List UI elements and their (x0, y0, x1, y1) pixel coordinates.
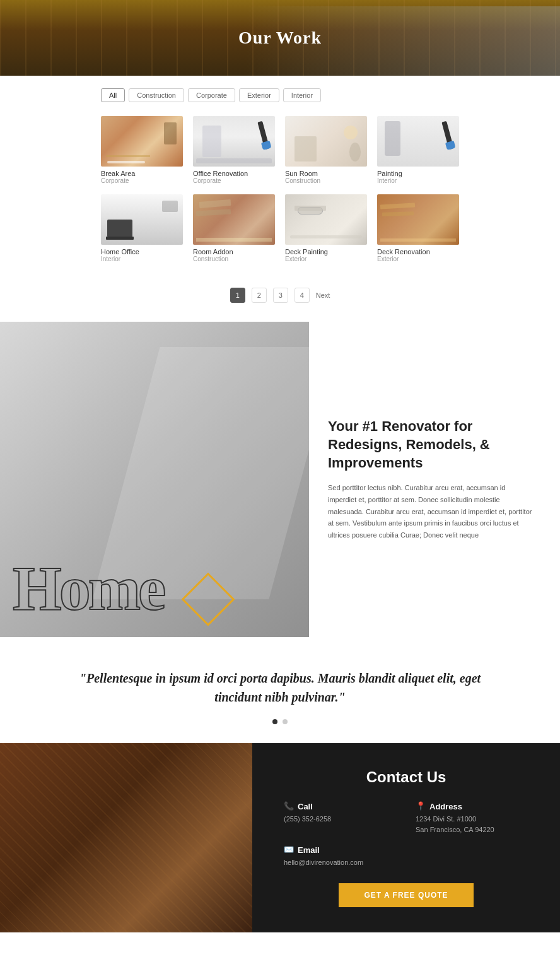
renovator-section: Home Your #1 Renovator for Redesigns, Re… (0, 322, 560, 637)
renovator-title: Your #1 Renovator for Redesigns, Remodel… (328, 418, 535, 472)
filter-construction[interactable]: Construction (129, 88, 184, 102)
brush-icon-painting (441, 121, 453, 150)
page-2[interactable]: 2 (252, 288, 267, 303)
contact-grid: 📞 Call (255) 352-6258 📍 Address 1234 Div… (284, 801, 528, 868)
contact-address-header: 📍 Address (416, 801, 528, 811)
page-title: Our Work (238, 28, 322, 48)
filter-buttons: All Construction Corporate Exterior Inte… (101, 88, 459, 102)
portfolio-title-home-office: Home Office (101, 248, 183, 255)
contact-email-label: Email (298, 845, 320, 855)
page-next[interactable]: Next (316, 291, 330, 299)
contact-address-line1: 1234 Divi St. #1000 (416, 814, 528, 825)
portfolio-thumb-deck-painting (285, 194, 367, 245)
portfolio-thumb-painting (377, 116, 459, 167)
portfolio-thumb-deck-reno (377, 194, 459, 245)
portfolio-section: Break Area Corporate Office Renovation C… (0, 109, 560, 275)
testimonial-dot-2[interactable] (283, 719, 288, 724)
portfolio-title-deck-painting: Deck Painting (285, 248, 367, 255)
contact-email: ✉️ Email hello@divirenovation.com (284, 845, 397, 868)
portfolio-cat-deck-painting: Exterior (285, 255, 367, 262)
portfolio-item-painting[interactable]: Painting Interior (377, 116, 459, 184)
portfolio-cat-painting: Interior (377, 177, 459, 184)
page-1[interactable]: 1 (230, 288, 245, 303)
portfolio-title-break-area: Break Area (101, 170, 183, 177)
testimonial-section: "Pellentesque in ipsum id orci porta dap… (0, 637, 560, 743)
contact-call-value: (255) 352-6258 (284, 814, 397, 825)
contact-call: 📞 Call (255) 352-6258 (284, 801, 397, 835)
portfolio-cat-home-office: Interior (101, 255, 183, 262)
contact-title: Contact Us (284, 768, 528, 786)
contact-address-line2: San Francisco, CA 94220 (416, 825, 528, 835)
portfolio-thumb-home-office (101, 194, 183, 245)
portfolio-thumb-sun-room (285, 116, 367, 167)
portfolio-item-break-area[interactable]: Break Area Corporate (101, 116, 183, 184)
contact-image (0, 743, 252, 932)
hero-header: Our Work (0, 0, 560, 76)
contact-call-label: Call (298, 802, 313, 811)
portfolio-item-sun-room[interactable]: Sun Room Construction (285, 116, 367, 184)
contact-address: 📍 Address 1234 Divi St. #1000 San Franci… (416, 801, 528, 835)
portfolio-thumb-room-addon (193, 194, 275, 245)
filter-corporate[interactable]: Corporate (188, 88, 235, 102)
contact-email-header: ✉️ Email (284, 845, 397, 855)
phone-icon: 📞 (284, 801, 294, 811)
portfolio-cat-break-area: Corporate (101, 177, 183, 184)
portfolio-title-room-addon: Room Addon (193, 248, 275, 255)
page-3[interactable]: 3 (273, 288, 288, 303)
renovator-description: Sed porttitor lectus nibh. Curabitur arc… (328, 482, 535, 541)
renovator-image-area: Home (0, 322, 309, 637)
email-icon: ✉️ (284, 845, 294, 855)
filter-exterior[interactable]: Exterior (239, 88, 279, 102)
portfolio-grid: Break Area Corporate Office Renovation C… (101, 116, 459, 262)
pagination: 1 2 3 4 Next (0, 275, 560, 322)
portfolio-item-home-office[interactable]: Home Office Interior (101, 194, 183, 262)
portfolio-item-deck-painting[interactable]: Deck Painting Exterior (285, 194, 367, 262)
portfolio-cat-office-reno: Corporate (193, 177, 275, 184)
portfolio-title-sun-room: Sun Room (285, 170, 367, 177)
portfolio-item-deck-reno[interactable]: Deck Renovation Exterior (377, 194, 459, 262)
cta-quote-button[interactable]: GET A FREE QUOTE (339, 883, 473, 907)
contact-section: Contact Us 📞 Call (255) 352-6258 📍 Addre… (0, 743, 560, 932)
portfolio-cat-deck-reno: Exterior (377, 255, 459, 262)
portfolio-item-office-reno[interactable]: Office Renovation Corporate (193, 116, 275, 184)
filter-section: All Construction Corporate Exterior Inte… (0, 76, 560, 109)
portfolio-cat-room-addon: Construction (193, 255, 275, 262)
portfolio-thumb-office-reno (193, 116, 275, 167)
contact-address-label: Address (429, 802, 462, 811)
contact-email-value: hello@divirenovation.com (284, 857, 397, 868)
page-4[interactable]: 4 (295, 288, 310, 303)
filter-all[interactable]: All (101, 88, 125, 102)
portfolio-cat-sun-room: Construction (285, 177, 367, 184)
portfolio-title-painting: Painting (377, 170, 459, 177)
testimonial-dot-1[interactable] (272, 719, 277, 724)
location-icon: 📍 (416, 801, 426, 811)
portfolio-title-office-reno: Office Renovation (193, 170, 275, 177)
brush-icon-office (257, 121, 269, 150)
testimonial-dots (76, 719, 484, 724)
contact-info: Contact Us 📞 Call (255) 352-6258 📍 Addre… (252, 743, 560, 932)
portfolio-thumb-break-area (101, 116, 183, 167)
contact-call-header: 📞 Call (284, 801, 397, 811)
renovator-content: Your #1 Renovator for Redesigns, Remodel… (309, 322, 560, 637)
filter-interior[interactable]: Interior (283, 88, 321, 102)
home-bg-text: Home (13, 552, 163, 625)
portfolio-title-deck-reno: Deck Renovation (377, 248, 459, 255)
portfolio-item-room-addon[interactable]: Room Addon Construction (193, 194, 275, 262)
testimonial-quote: "Pellentesque in ipsum id orci porta dap… (76, 669, 484, 707)
